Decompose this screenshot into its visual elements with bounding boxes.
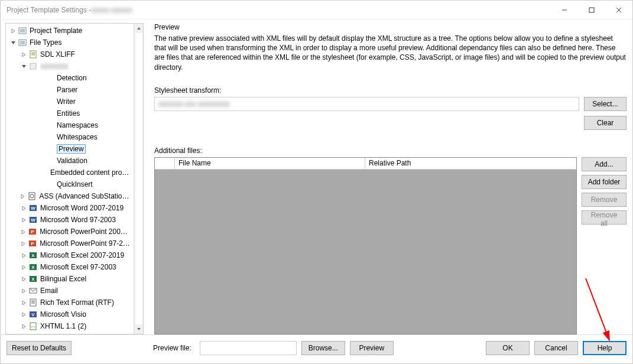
expander-icon[interactable] (20, 287, 27, 294)
scroll-thumb[interactable] (135, 33, 142, 324)
grid-col-relpath[interactable]: Relative Path (365, 158, 576, 169)
additional-files-grid[interactable]: File Name Relative Path (154, 157, 577, 334)
tree-item-label: Microsoft Visio (40, 310, 86, 318)
tree-item-label: Whitespaces (57, 133, 98, 141)
tree-item[interactable]: SDL XLIFF (6, 48, 134, 60)
ppt-icon: P (28, 227, 37, 236)
tree-item-label: Microsoft PowerPoint 97-2003 (40, 239, 131, 248)
remove-button: Remove (582, 193, 626, 207)
expander-icon (48, 122, 56, 129)
tree-item[interactable]: HTML 5 (6, 332, 134, 334)
tree-item[interactable]: XMicrosoft Excel 2007-2019 (6, 249, 134, 261)
browse-button[interactable]: Browse... (301, 341, 345, 355)
expander-icon (48, 98, 56, 105)
stylesheet-input[interactable] (233, 98, 579, 110)
reset-defaults-button[interactable]: Reset to Defaults (7, 341, 72, 355)
tree-item[interactable]: Rich Text Format (RTF) (6, 297, 134, 308)
add-button[interactable]: Add... (582, 157, 626, 171)
tree-item[interactable]: QuickInsert (6, 178, 134, 190)
template-icon (18, 26, 27, 35)
tree-item-label: QuickInsert (57, 180, 93, 188)
excel-icon: X (28, 262, 38, 272)
tree-item[interactable]: File Types (6, 37, 134, 48)
expander-icon (42, 169, 49, 176)
preview-button[interactable]: Preview (350, 341, 394, 355)
tree-item[interactable]: Project Template (6, 25, 134, 37)
tree-item[interactable]: XBilingual Excel (6, 273, 134, 285)
tree-item-label: Microsoft Word 2007-2019 (40, 204, 124, 212)
template-icon (18, 38, 27, 47)
expander-icon (48, 110, 56, 117)
tree-item-label: Email (40, 287, 58, 295)
tree-item[interactable]: Entities (6, 108, 134, 119)
svg-text:V: V (31, 312, 35, 317)
tree-item-label: Microsoft Word 97-2003 (40, 216, 116, 224)
help-button[interactable]: Help (583, 341, 626, 355)
preview-file-input[interactable] (200, 341, 297, 355)
expander-icon[interactable] (20, 323, 27, 330)
tree-scrollbar[interactable] (134, 24, 143, 334)
svg-text:W: W (31, 206, 35, 211)
window-title: Project Template Settings - (7, 6, 91, 14)
tree[interactable]: Project TemplateFile TypesSDL XLIFFxxxxx… (6, 24, 134, 334)
scroll-down-icon[interactable] (134, 324, 143, 334)
select-button[interactable]: Select... (584, 97, 626, 111)
expander-icon[interactable] (20, 51, 27, 58)
expander-icon[interactable] (9, 39, 17, 46)
tree-item[interactable]: Validation (6, 155, 134, 167)
minimize-button[interactable] (551, 1, 578, 19)
word-icon: W (28, 203, 38, 213)
grid-col-filename[interactable]: File Name (175, 158, 365, 169)
tree-item[interactable]: Detection (6, 72, 134, 84)
expander-icon[interactable] (20, 63, 27, 70)
expander-icon[interactable] (20, 216, 27, 223)
maximize-button[interactable] (578, 1, 605, 19)
tree-item-label: Preview (57, 144, 86, 154)
tree-item[interactable]: xxxxxxxx (6, 60, 134, 72)
tree-item-label: Entities (57, 109, 80, 118)
tree-item[interactable]: Namespaces (6, 119, 134, 131)
tree-item-label: Rich Text Format (RTF) (40, 298, 114, 307)
expander-icon[interactable] (20, 264, 27, 271)
tree-item[interactable]: WMicrosoft Word 97-2003 (6, 214, 134, 226)
expander-icon[interactable] (20, 299, 27, 306)
expander-icon[interactable] (19, 193, 26, 200)
expander-icon[interactable] (20, 275, 27, 282)
tree-item[interactable]: Whitespaces (6, 131, 134, 143)
tree-item[interactable]: PMicrosoft PowerPoint 2007-20 (6, 226, 134, 238)
email-icon (28, 286, 38, 295)
expander-icon[interactable] (20, 252, 27, 259)
expander-icon[interactable] (20, 311, 27, 318)
expander-icon[interactable] (9, 27, 17, 34)
tree-item[interactable]: XMicrosoft Excel 97-2003 (6, 261, 134, 273)
expander-icon (48, 74, 56, 82)
preview-heading: Preview (154, 23, 626, 31)
expander-icon[interactable] (20, 240, 27, 247)
tree-item[interactable]: <>XHTML 1.1 (2) (6, 320, 134, 332)
tree-item[interactable]: Email (6, 285, 134, 297)
cancel-button[interactable]: Cancel (534, 341, 578, 355)
ok-button[interactable]: OK (486, 341, 530, 355)
tree-item-label: File Types (30, 38, 61, 47)
tree-item[interactable]: WMicrosoft Word 2007-2019 (6, 202, 134, 214)
tree-item[interactable]: VMicrosoft Visio (6, 308, 134, 320)
ppt-icon: P (28, 239, 37, 248)
close-button[interactable] (605, 1, 632, 19)
svg-text:X: X (31, 277, 35, 282)
clear-button[interactable]: Clear (584, 116, 626, 130)
svg-rect-1 (589, 8, 594, 12)
tree-item[interactable]: PMicrosoft PowerPoint 97-2003 (6, 238, 134, 249)
expander-icon (48, 157, 56, 164)
tree-item[interactable]: Embedded content processing (6, 167, 134, 178)
expander-icon[interactable] (20, 204, 27, 212)
tree-item[interactable]: Parser (6, 84, 134, 96)
additional-label: Additional files: (154, 147, 626, 155)
scroll-up-icon[interactable] (134, 24, 143, 33)
tree-item-label: Parser (57, 86, 77, 94)
expander-icon[interactable] (20, 228, 27, 235)
tree-item[interactable]: ASS (Advanced SubStation Alp (6, 190, 134, 202)
stylesheet-value-redacted: xxxxxxx xxx xxxxxxxxx (155, 100, 233, 108)
tree-item[interactable]: Preview (6, 143, 134, 155)
add-folder-button[interactable]: Add folder (582, 175, 626, 189)
tree-item[interactable]: Writer (6, 96, 134, 108)
